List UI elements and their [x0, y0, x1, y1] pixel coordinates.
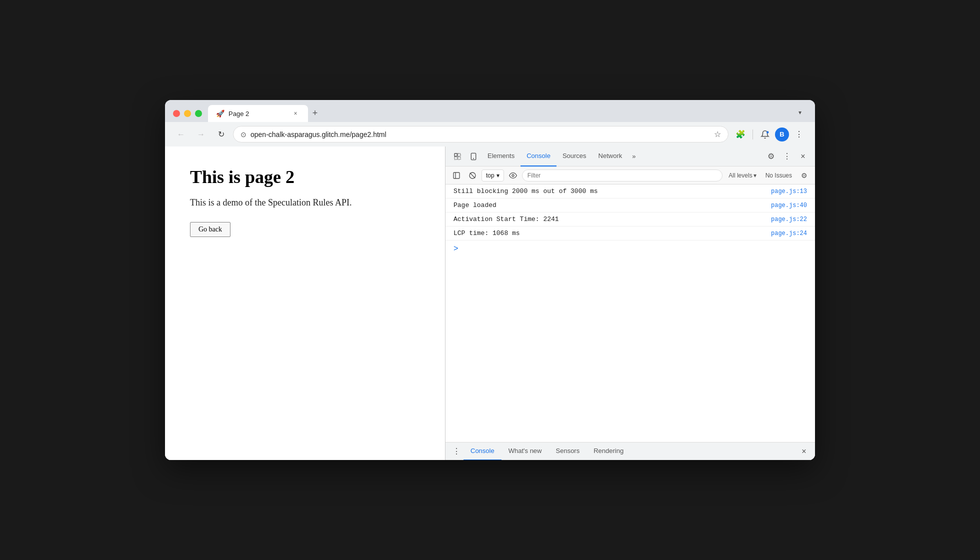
console-prompt[interactable]: > — [446, 240, 815, 258]
bookmark-icon[interactable]: ☆ — [714, 130, 721, 139]
url-security-icon: ⊙ — [240, 130, 246, 138]
go-back-button[interactable]: Go back — [190, 222, 230, 237]
drawer-rendering-label: Rendering — [594, 447, 624, 454]
devtools-tab-elements[interactable]: Elements — [482, 146, 520, 166]
message-text-4: LCP time: 1068 ms — [454, 230, 771, 237]
tab-favicon-icon: 🚀 — [216, 110, 224, 118]
tab-sources-label: Sources — [562, 152, 586, 160]
forward-button[interactable]: → — [193, 126, 209, 142]
devtools-settings-button[interactable]: ⚙ — [763, 148, 779, 164]
drawer-sensors-label: Sensors — [556, 447, 580, 454]
levels-arrow-icon: ▾ — [754, 172, 756, 179]
console-message-3: Activation Start Time: 2241 page.js:22 — [446, 212, 815, 226]
nav-actions: 🧩 B ⋮ — [732, 126, 807, 142]
svg-point-0 — [766, 131, 769, 134]
window-dropdown-button[interactable]: ▾ — [793, 106, 807, 120]
console-clear-button[interactable] — [466, 168, 480, 182]
console-levels-selector[interactable]: All levels ▾ — [724, 170, 760, 181]
devtools-menu-button[interactable]: ⋮ — [779, 148, 795, 164]
console-sidebar-button[interactable] — [450, 168, 464, 182]
drawer-whats-new-label: What's new — [508, 447, 542, 454]
devtools-inspect-icon[interactable] — [450, 148, 466, 164]
notifications-button[interactable] — [757, 126, 773, 142]
devtools-device-icon[interactable] — [466, 148, 482, 164]
main-area: This is page 2 This is a demo of the Spe… — [165, 146, 815, 460]
devtools-tab-console[interactable]: Console — [520, 146, 556, 166]
tab-elements-label: Elements — [488, 152, 514, 160]
context-arrow-icon: ▾ — [496, 172, 500, 179]
nav-divider — [752, 130, 753, 140]
console-filter-input[interactable] — [522, 170, 723, 182]
console-context-selector[interactable]: top ▾ — [482, 170, 504, 182]
minimize-window-button[interactable] — [184, 110, 191, 117]
drawer-tab-whats-new[interactable]: What's new — [502, 442, 549, 460]
traffic-lights — [173, 110, 202, 117]
profile-button[interactable]: B — [775, 128, 789, 142]
levels-label: All levels — [728, 172, 752, 179]
maximize-window-button[interactable] — [195, 110, 202, 117]
svg-rect-1 — [454, 154, 457, 156]
svg-rect-2 — [458, 154, 460, 156]
window-controls-right: ▾ — [793, 106, 807, 120]
svg-rect-7 — [454, 172, 460, 178]
devtools-close-button[interactable]: × — [795, 148, 811, 164]
extensions-button[interactable]: 🧩 — [732, 126, 748, 142]
no-issues-label: No Issues — [762, 170, 795, 181]
message-link-1[interactable]: page.js:13 — [771, 188, 807, 195]
drawer-tab-rendering[interactable]: Rendering — [586, 442, 630, 460]
console-toolbar: top ▾ All levels ▾ No Issues ⚙ — [446, 166, 815, 184]
prompt-chevron-icon: > — [454, 244, 458, 254]
tabs-area: 🚀 Page 2 × + — [208, 105, 787, 122]
drawer-tab-sensors[interactable]: Sensors — [549, 442, 587, 460]
devtools-panel: Elements Console Sources Network » ⚙ ⋮ × — [445, 146, 815, 460]
drawer-close-button[interactable]: × — [797, 444, 811, 458]
back-button[interactable]: ← — [173, 126, 189, 142]
svg-point-11 — [512, 174, 514, 176]
devtools-tab-network[interactable]: Network — [592, 146, 628, 166]
console-message-2: Page loaded page.js:40 — [446, 198, 815, 212]
drawer-console-label: Console — [470, 447, 494, 454]
message-text-1: Still blocking 2000 ms out of 3000 ms — [454, 188, 771, 195]
devtools-tabs: Elements Console Sources Network » ⚙ ⋮ × — [446, 146, 815, 166]
chrome-menu-button[interactable]: ⋮ — [791, 126, 807, 142]
svg-rect-4 — [458, 156, 460, 159]
devtools-more-tabs-button[interactable]: » — [628, 152, 640, 160]
close-window-button[interactable] — [173, 110, 180, 117]
browser-window: 🚀 Page 2 × + ▾ ← → ↻ ⊙ open-chalk-aspara… — [165, 100, 815, 460]
url-bar[interactable]: ⊙ open-chalk-asparagus.glitch.me/page2.h… — [233, 126, 728, 142]
devtools-tab-sources[interactable]: Sources — [556, 146, 592, 166]
message-text-2: Page loaded — [454, 202, 771, 209]
drawer-tab-console[interactable]: Console — [464, 442, 502, 460]
message-text-3: Activation Start Time: 2241 — [454, 216, 771, 223]
console-messages: Still blocking 2000 ms out of 3000 ms pa… — [446, 184, 815, 442]
tab-console-label: Console — [526, 152, 550, 160]
tab-title: Page 2 — [228, 110, 287, 118]
tab-network-label: Network — [598, 152, 622, 160]
console-eye-button[interactable] — [506, 168, 520, 182]
console-message-4: LCP time: 1068 ms page.js:24 — [446, 226, 815, 240]
page-content: This is page 2 This is a demo of the Spe… — [165, 146, 445, 460]
context-label: top — [486, 172, 494, 179]
console-gear-button[interactable]: ⚙ — [797, 168, 811, 182]
devtools-bottom-drawer: ⋮ Console What's new Sensors Rendering × — [446, 442, 815, 460]
svg-line-10 — [470, 172, 475, 178]
url-text: open-chalk-asparagus.glitch.me/page2.htm… — [250, 130, 710, 138]
svg-rect-3 — [454, 156, 457, 159]
new-tab-button[interactable]: + — [308, 106, 322, 120]
drawer-menu-button[interactable]: ⋮ — [450, 444, 464, 458]
message-link-4[interactable]: page.js:24 — [771, 230, 807, 237]
page-description: This is a demo of the Speculation Rules … — [190, 198, 420, 208]
reload-button[interactable]: ↻ — [213, 126, 229, 142]
title-bar: 🚀 Page 2 × + ▾ — [165, 100, 815, 122]
page-heading: This is page 2 — [190, 166, 420, 188]
active-tab[interactable]: 🚀 Page 2 × — [208, 105, 308, 122]
nav-bar: ← → ↻ ⊙ open-chalk-asparagus.glitch.me/p… — [165, 122, 815, 146]
tab-close-button[interactable]: × — [291, 109, 300, 118]
console-message-1: Still blocking 2000 ms out of 3000 ms pa… — [446, 184, 815, 198]
message-link-3[interactable]: page.js:22 — [771, 216, 807, 223]
message-link-2[interactable]: page.js:40 — [771, 202, 807, 209]
